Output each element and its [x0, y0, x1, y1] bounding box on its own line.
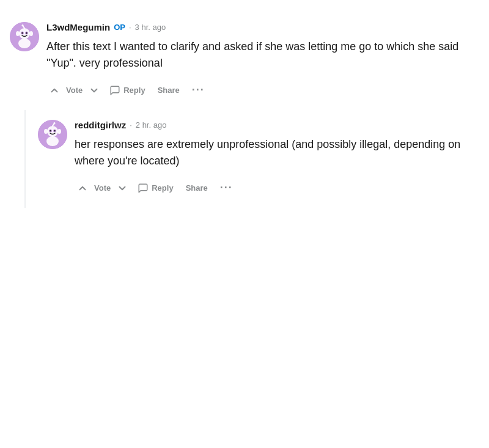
comment-2-text: her responses are extremely unprofession…: [75, 136, 479, 169]
reply-btn-2[interactable]: Reply: [133, 179, 178, 197]
more-icon-1: ···: [192, 84, 205, 97]
dot-separator-1: ·: [129, 23, 131, 32]
comment-2-actions: Vote Reply Share ·: [75, 178, 479, 198]
timestamp-2: 2 hr. ago: [136, 120, 167, 130]
op-badge-1: OP: [114, 23, 125, 32]
share-btn-1[interactable]: Share: [153, 82, 185, 98]
comment-2-body: redditgirlwz · 2 hr. ago her responses a…: [75, 120, 479, 198]
comment-2-meta: redditgirlwz · 2 hr. ago: [75, 120, 479, 130]
svg-point-8: [18, 39, 31, 48]
vote-label-2: Vote: [92, 183, 113, 193]
svg-point-5: [26, 32, 27, 34]
svg-point-21: [57, 129, 61, 134]
svg-point-1: [19, 28, 30, 39]
svg-point-7: [22, 24, 24, 26]
comment-1-text: After this text I wanted to clarify and …: [46, 39, 479, 72]
username-2[interactable]: redditgirlwz: [75, 120, 126, 130]
upvote-btn-2[interactable]: [75, 179, 90, 197]
svg-point-4: [21, 32, 23, 34]
share-label-2: Share: [186, 183, 208, 193]
reply-label-2: Reply: [152, 183, 173, 193]
timestamp-1: 3 hr. ago: [135, 23, 166, 32]
comment-1: L3wdMegumin OP · 3 hr. ago After this te…: [10, 12, 479, 110]
avatar-1: [10, 22, 39, 51]
svg-point-16: [54, 130, 55, 131]
svg-point-9: [16, 31, 20, 36]
svg-point-15: [50, 130, 51, 131]
more-btn-2[interactable]: ···: [215, 178, 238, 198]
comment-2: redditgirlwz · 2 hr. ago her responses a…: [38, 110, 479, 208]
downvote-btn-2[interactable]: [114, 179, 130, 197]
vote-section-2: Vote: [75, 179, 130, 197]
avatar-2: [38, 120, 67, 149]
comment-1-meta: L3wdMegumin OP · 3 hr. ago: [46, 22, 479, 32]
reply-btn-1[interactable]: Reply: [105, 81, 150, 100]
dot-separator-2: ·: [130, 120, 132, 130]
reply-label-1: Reply: [123, 86, 145, 95]
vote-section-1: Vote: [46, 81, 102, 100]
svg-point-19: [46, 136, 59, 146]
share-label-1: Share: [158, 86, 180, 95]
svg-point-12: [47, 126, 58, 137]
comment-1-body: L3wdMegumin OP · 3 hr. ago After this te…: [46, 22, 479, 100]
upvote-btn-1[interactable]: [46, 81, 62, 100]
vote-label-1: Vote: [64, 86, 85, 95]
svg-point-10: [29, 31, 33, 36]
svg-point-18: [54, 122, 56, 124]
more-btn-1[interactable]: ···: [187, 80, 210, 100]
downvote-btn-1[interactable]: [86, 81, 102, 100]
username-1[interactable]: L3wdMegumin: [46, 22, 110, 32]
more-icon-2: ···: [220, 182, 233, 194]
share-btn-2[interactable]: Share: [181, 180, 213, 196]
comment-1-actions: Vote Reply Share ···: [46, 80, 479, 100]
svg-point-20: [44, 129, 48, 134]
